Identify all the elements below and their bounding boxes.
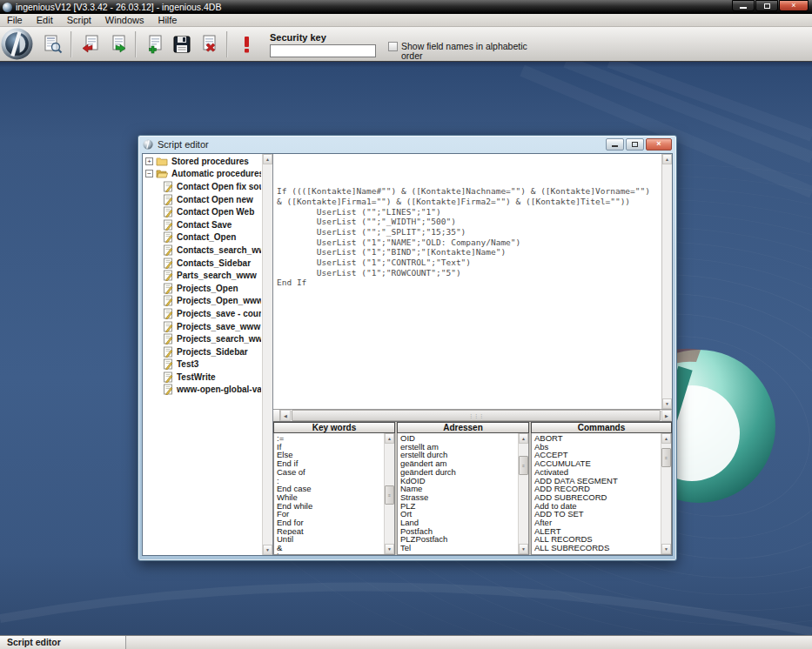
procedure-item[interactable]: Contact Open fix source — [144, 180, 261, 193]
procedure-item[interactable]: Projects_save_www — [144, 320, 261, 333]
scrollbar-thumb[interactable]: ≡ — [661, 448, 671, 467]
close-button[interactable]: × — [779, 0, 809, 11]
commands-scrollbar[interactable]: ▲ ≡ ▼ — [661, 433, 671, 554]
keyword-item[interactable]: Until — [277, 535, 383, 544]
script-editor-minimize-button[interactable] — [606, 138, 624, 151]
procedure-item[interactable]: Contacts_Sidebar — [144, 257, 261, 270]
import-script-button[interactable] — [78, 32, 102, 56]
command-item[interactable]: After — [534, 519, 660, 527]
collapse-icon[interactable]: − — [145, 170, 153, 177]
command-item[interactable]: Activated — [534, 468, 660, 477]
code-scrollbar[interactable]: ▲ ▼ — [661, 154, 672, 409]
adressen-scrollbar[interactable]: ▲ ≡ ▼ — [518, 433, 528, 554]
adressen-item[interactable]: PLZPostfach — [400, 535, 517, 544]
tree-scrollbar-track[interactable] — [263, 164, 272, 545]
scrollbar-thumb[interactable]: ≡ — [519, 456, 528, 475]
keyword-item[interactable]: While — [277, 493, 383, 502]
scroll-down-icon[interactable]: ▼ — [519, 544, 528, 554]
command-item[interactable]: Abs — [534, 443, 660, 452]
alphabetic-order-checkbox[interactable] — [388, 42, 398, 51]
keyword-item[interactable]: Repeat — [277, 527, 383, 536]
procedure-item[interactable]: Projects_search_www — [144, 332, 261, 345]
new-script-button[interactable] — [143, 32, 166, 56]
restore-button[interactable] — [755, 0, 778, 11]
script-editor-close-button[interactable]: × — [646, 138, 672, 151]
adressen-item[interactable]: KdOID — [400, 477, 517, 485]
code-horizontal-scrollbar[interactable]: ◀ ⋮⋮⋮ ▶ — [273, 409, 672, 421]
horizontal-scrollbar-track[interactable]: ⋮⋮⋮ — [291, 410, 661, 421]
procedure-item[interactable]: Test3 — [144, 358, 261, 371]
delete-script-button[interactable] — [197, 32, 220, 56]
keywords-header[interactable]: Key words — [273, 422, 395, 433]
code-scrollbar-track[interactable] — [662, 164, 672, 398]
keywords-scrollbar[interactable]: ▲ ≡ ▼ — [384, 433, 394, 554]
keyword-item[interactable]: If — [277, 443, 383, 452]
adressen-list[interactable]: OIDerstellt amerstellt durchgeändert amg… — [397, 433, 529, 555]
code-editor[interactable]: If ((([Kontakte]Name#"") & ([Kontakte]Na… — [273, 154, 672, 409]
browse-scripts-button[interactable] — [41, 32, 64, 56]
horizontal-scrollbar-thumb[interactable]: ⋮⋮⋮ — [292, 410, 661, 421]
procedure-item[interactable]: TestWrite — [144, 371, 261, 384]
procedure-item[interactable]: Contact Open Web — [144, 205, 261, 218]
adressen-item[interactable]: geändert durch — [400, 468, 517, 477]
commands-scrollbar-track[interactable]: ≡ — [661, 444, 671, 544]
keyword-item[interactable]: End while — [277, 502, 383, 511]
menu-item[interactable]: File — [0, 14, 30, 27]
command-item[interactable]: ALL SUBRECORDS — [534, 544, 660, 552]
adressen-item[interactable]: Name — [400, 485, 517, 493]
scroll-down-icon[interactable]: ▼ — [662, 398, 672, 409]
adressen-item[interactable]: erstellt durch — [400, 451, 517, 459]
expand-icon[interactable]: + — [145, 157, 153, 165]
keyword-item[interactable]: | — [277, 552, 383, 555]
adressen-item[interactable]: Postfach — [400, 527, 517, 536]
export-script-button[interactable] — [105, 32, 129, 56]
command-item[interactable]: ACCUMULATE — [534, 459, 660, 468]
procedure-item[interactable]: Projects_Open_www — [144, 295, 261, 308]
scroll-up-icon[interactable]: ▲ — [263, 154, 272, 164]
menu-item[interactable]: Windows — [98, 14, 151, 27]
keyword-item[interactable]: := — [277, 434, 383, 443]
adressen-item[interactable]: erstellt am — [400, 443, 517, 452]
procedure-item[interactable]: Parts_search_www — [144, 269, 261, 282]
command-item[interactable]: ADD SUBRECORD — [534, 493, 660, 502]
scroll-down-icon[interactable]: ▼ — [263, 545, 272, 555]
tree-scrollbar[interactable]: ▲ ▼ — [262, 154, 272, 555]
keyword-item[interactable]: For — [277, 510, 383, 519]
scrollbar-thumb[interactable]: ≡ — [385, 485, 394, 505]
script-editor-maximize-button[interactable] — [626, 138, 644, 151]
keyword-item[interactable]: End if — [277, 459, 383, 468]
keywords-scrollbar-track[interactable]: ≡ — [385, 444, 394, 544]
splitter-handle[interactable] — [273, 410, 280, 421]
procedure-item[interactable]: Contacts_search_www — [144, 244, 261, 257]
scroll-right-icon[interactable]: ▶ — [661, 410, 672, 421]
command-item[interactable]: ALERT — [534, 527, 660, 536]
scroll-up-icon[interactable]: ▲ — [662, 154, 672, 164]
keyword-item[interactable]: & — [277, 544, 383, 552]
adressen-item[interactable]: OID — [400, 434, 517, 443]
commands-header[interactable]: Commands — [531, 422, 672, 433]
scroll-left-icon[interactable]: ◀ — [280, 410, 291, 421]
keyword-item[interactable]: : — [277, 477, 383, 485]
command-item[interactable]: ADD TO SET — [534, 510, 660, 519]
tree-item-automatic-procedures[interactable]: − Automatic procedures — [144, 168, 261, 181]
taskbar-item-script-editor[interactable]: Script editor — [0, 636, 126, 649]
adressen-item[interactable]: Tel — [400, 544, 517, 552]
adressen-item[interactable]: Land — [400, 519, 517, 527]
menu-item[interactable]: Edit — [30, 14, 60, 27]
scroll-down-icon[interactable]: ▼ — [385, 544, 394, 554]
scroll-up-icon[interactable]: ▲ — [519, 433, 528, 444]
command-item[interactable]: ACCEPT — [534, 451, 660, 459]
tree-item-stored-procedures[interactable]: + Stored procedures — [144, 155, 261, 168]
commands-list[interactable]: ABORTAbsACCEPTACCUMULATEActivatedADD DAT… — [531, 433, 672, 555]
scroll-down-icon[interactable]: ▼ — [661, 544, 671, 554]
code-text[interactable]: If ((([Kontakte]Name#"") & ([Kontakte]Na… — [277, 156, 660, 409]
run-script-button[interactable] — [234, 32, 258, 56]
adressen-item[interactable]: Strasse — [400, 493, 517, 502]
keyword-item[interactable]: End case — [277, 485, 383, 493]
command-item[interactable]: ADD RECORD — [534, 485, 660, 493]
script-editor-titlebar[interactable]: Script editor × — [138, 136, 676, 152]
save-script-button[interactable] — [170, 32, 193, 56]
scroll-up-icon[interactable]: ▲ — [661, 433, 671, 444]
procedure-item[interactable]: www-open-global-variables — [144, 384, 261, 397]
procedure-item[interactable]: Projects_Open — [144, 282, 261, 295]
